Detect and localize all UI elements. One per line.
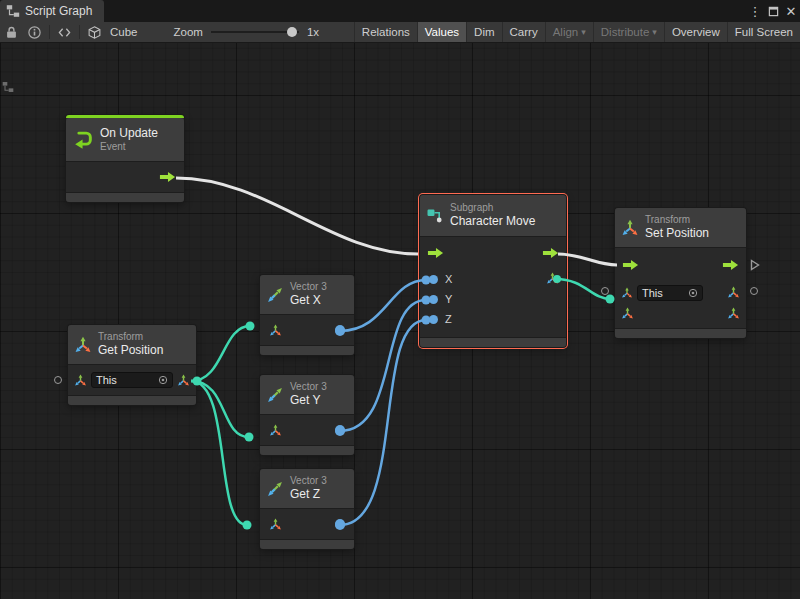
edge-flow-charactermove-to-setposition[interactable] [558, 254, 617, 265]
node-subtitle: Vector 3 [290, 381, 327, 393]
vector-in-port[interactable] [269, 424, 282, 437]
node-title: Get Y [290, 393, 327, 407]
node-header: Transform Get Position [68, 325, 196, 365]
node-title: On Update [100, 126, 158, 140]
cube-icon [83, 22, 106, 42]
tab-bar: Script Graph ⋮ ✕ [0, 0, 800, 22]
subgraph-icon [426, 207, 444, 225]
distribute-dropdown[interactable]: Distribute ▾ [593, 22, 664, 42]
lock-icon [5, 26, 18, 39]
edge-getposition-to-getz[interactable] [191, 381, 247, 525]
target-picker-icon[interactable] [688, 288, 698, 298]
node-header: Subgraph Character Move [420, 195, 566, 237]
toolbar-separator [49, 25, 50, 39]
target-in-circle[interactable] [54, 376, 62, 384]
node-footer [260, 345, 354, 355]
node-get-position[interactable]: Transform Get Position This [68, 325, 196, 405]
edge-flow-onupdate-to-charactermove[interactable] [176, 178, 418, 254]
close-button[interactable]: ✕ [782, 0, 800, 22]
target-object-label[interactable]: Cube [106, 26, 142, 38]
maximize-icon [768, 6, 779, 17]
maximize-button[interactable] [764, 0, 782, 22]
node-character-move[interactable]: Subgraph Character Move X Y [420, 195, 566, 347]
node-get-x[interactable]: Vector 3 Get X [260, 275, 354, 355]
flow-in-port[interactable] [622, 259, 639, 271]
node-subtitle: Vector 3 [290, 475, 327, 487]
align-dropdown[interactable]: Align ▾ [545, 22, 593, 42]
edge-dot [245, 433, 254, 442]
float-out-port[interactable] [335, 519, 345, 529]
target-in-circle[interactable] [601, 287, 609, 295]
code-view-button[interactable] [53, 22, 76, 42]
vector-in-port[interactable] [621, 307, 634, 320]
node-header: Vector 3 Get Z [260, 469, 354, 509]
port-y-dot[interactable] [429, 295, 438, 304]
float-out-port[interactable] [335, 425, 345, 435]
node-header: Vector 3 Get Y [260, 375, 354, 415]
vector-out-port[interactable] [727, 307, 740, 320]
this-field[interactable]: This [637, 285, 703, 301]
edge-getposition-to-getx[interactable] [191, 326, 250, 381]
node-subtitle: Transform [645, 214, 709, 226]
chevron-down-icon: ▾ [652, 27, 657, 37]
transform-out-port[interactable] [727, 286, 740, 299]
vector-in-port[interactable] [269, 518, 282, 531]
graph-canvas[interactable]: On Update Event Transform Get Position [0, 43, 800, 599]
node-title: Get X [290, 293, 327, 307]
node-get-z[interactable]: Vector 3 Get Z [260, 469, 354, 549]
node-title: Character Move [450, 214, 535, 228]
code-icon [58, 26, 71, 39]
node-get-y[interactable]: Vector 3 Get Y [260, 375, 354, 455]
vector-out-port[interactable] [177, 374, 190, 387]
this-field[interactable]: This [91, 372, 173, 388]
node-header: On Update Event [66, 118, 184, 162]
tab-script-graph[interactable]: Script Graph [0, 0, 104, 22]
edge-dot [243, 521, 252, 530]
vector-in-port[interactable] [269, 324, 282, 337]
edge-dot [606, 295, 615, 304]
flow-out-port[interactable] [159, 171, 176, 183]
transform-port-icon[interactable] [621, 287, 633, 299]
node-footer [68, 395, 196, 405]
tab-title: Script Graph [25, 4, 92, 18]
node-on-update[interactable]: On Update Event [66, 115, 184, 202]
float-out-port[interactable] [335, 325, 345, 335]
vector3-icon [266, 386, 284, 404]
edge-getposition-to-gety[interactable] [191, 381, 249, 437]
port-z-dot[interactable] [429, 315, 438, 324]
port-x-dot[interactable] [429, 275, 438, 284]
target-out-circle[interactable] [750, 287, 758, 295]
info-button[interactable] [23, 22, 46, 42]
vector-out-port[interactable] [546, 272, 559, 285]
node-footer [66, 192, 184, 202]
kebab-menu-button[interactable]: ⋮ [746, 0, 764, 22]
port-z-label: Z [445, 313, 452, 325]
flow-in-port[interactable] [427, 247, 444, 259]
port-x-label: X [445, 273, 452, 285]
zoom-slider-handle[interactable] [287, 27, 297, 37]
values-button[interactable]: Values [417, 22, 466, 42]
node-set-position[interactable]: Transform Set Position This [615, 208, 746, 338]
overview-button[interactable]: Overview [664, 22, 727, 42]
relations-button[interactable]: Relations [354, 22, 417, 42]
transform-port-icon[interactable] [74, 374, 87, 387]
edge-dot [246, 322, 255, 331]
full-screen-button[interactable]: Full Screen [727, 22, 800, 42]
node-subtitle: Vector 3 [290, 281, 327, 293]
carry-button[interactable]: Carry [502, 22, 545, 42]
dim-button[interactable]: Dim [466, 22, 501, 42]
graph-breadcrumb-icon [2, 81, 14, 93]
flow-out-triangle[interactable] [750, 259, 760, 271]
tab-bar-spacer [104, 0, 746, 22]
chevron-down-icon: ▾ [581, 27, 586, 37]
zoom-value: 1x [303, 26, 323, 38]
zoom-slider[interactable] [211, 22, 299, 42]
flow-out-port[interactable] [542, 247, 559, 259]
lock-button[interactable] [0, 22, 23, 42]
event-icon [72, 129, 94, 151]
node-footer [420, 337, 566, 347]
node-footer [615, 328, 746, 338]
flow-out-port[interactable] [722, 259, 739, 271]
target-picker-icon[interactable] [158, 375, 168, 385]
zoom-label: Zoom [170, 26, 207, 38]
